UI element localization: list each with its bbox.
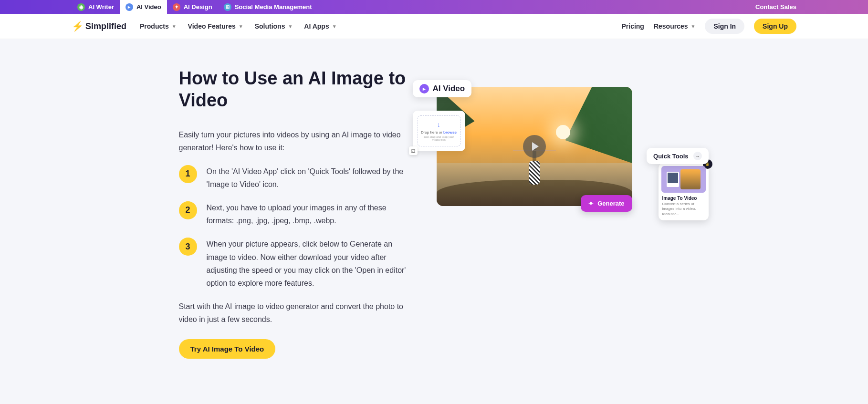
nav-label: Video Features bbox=[188, 22, 236, 30]
nav-products[interactable]: Products▼ bbox=[140, 22, 177, 30]
step-number: 2 bbox=[179, 201, 197, 219]
topbar-social-media[interactable]: ⊞ Social Media Management bbox=[218, 0, 318, 14]
quick-tools-label: Quick Tools bbox=[653, 153, 688, 160]
chevron-down-icon: ▼ bbox=[288, 24, 293, 29]
generate-button: ✦ Generate bbox=[581, 195, 632, 212]
ai-video-badge: ▸ AI Video bbox=[413, 80, 472, 97]
quick-tools-badge: Quick Tools → bbox=[647, 148, 708, 164]
chevron-down-icon: ▼ bbox=[172, 24, 177, 29]
download-arrow-icon: ↓ bbox=[421, 121, 457, 128]
image-to-video-card: ♛ Image To Video Convert a series of ima… bbox=[659, 163, 709, 220]
outro-text: Start with the AI image to video generat… bbox=[179, 300, 408, 326]
badge-label: AI Video bbox=[433, 84, 465, 93]
card-thumbnail bbox=[661, 166, 706, 193]
main-content: How to Use an AI Image to Video Easily t… bbox=[169, 39, 699, 378]
step-text: On the 'AI Video App' click on 'Quick To… bbox=[207, 165, 408, 191]
try-image-to-video-button[interactable]: Try AI Image To Video bbox=[179, 339, 276, 359]
video-camera-icon: ▸ bbox=[419, 84, 429, 93]
social-icon: ⊞ bbox=[224, 3, 231, 11]
polaroid-icon bbox=[667, 172, 679, 187]
nav-label: Products bbox=[140, 22, 169, 30]
page-heading: How to Use an AI Image to Video bbox=[179, 68, 408, 111]
logo-text: Simplified bbox=[85, 21, 126, 31]
illustration-column: ▸ AI Video ↓ Drop here or browse Just dr… bbox=[437, 68, 690, 206]
step-3: 3 When your picture appears, click below… bbox=[179, 238, 408, 290]
chevron-down-icon: ▼ bbox=[691, 24, 696, 29]
intro-text: Easily turn your pictures into videos by… bbox=[179, 128, 408, 154]
sparkle-icon: ✦ bbox=[588, 200, 594, 207]
upload-dropzone: ↓ Drop here or browse Just drag and drop… bbox=[418, 115, 460, 146]
topbar-label: Social Media Management bbox=[235, 3, 312, 10]
step-text: When your picture appears, click below t… bbox=[207, 238, 408, 290]
topbar-label: AI Design bbox=[184, 3, 212, 10]
contact-sales-link[interactable]: Contact Sales bbox=[755, 3, 796, 10]
hero-illustration: ▸ AI Video ↓ Drop here or browse Just dr… bbox=[437, 87, 685, 206]
nav-pricing[interactable]: Pricing bbox=[621, 22, 644, 30]
topbar-label: AI Writer bbox=[88, 3, 114, 10]
step-number: 3 bbox=[179, 238, 197, 256]
nav-ai-apps[interactable]: AI Apps▼ bbox=[304, 22, 336, 30]
arrow-right-icon: → bbox=[693, 152, 702, 160]
sunset-thumb bbox=[680, 169, 701, 189]
step-1: 1 On the 'AI Video App' click on 'Quick … bbox=[179, 165, 408, 191]
nav-label: AI Apps bbox=[304, 22, 329, 30]
navbar: ⚡ Simplified Products▼ Video Features▼ S… bbox=[0, 14, 868, 39]
play-button-icon bbox=[523, 135, 546, 158]
upload-card: ↓ Drop here or browse Just drag and drop… bbox=[413, 111, 465, 151]
image-icon: 🖼 bbox=[409, 146, 418, 155]
topbar: ◉ AI Writer ▸ AI Video ✦ AI Design ⊞ Soc… bbox=[0, 0, 868, 14]
topbar-ai-writer[interactable]: ◉ AI Writer bbox=[72, 0, 120, 14]
logo-icon: ⚡ bbox=[72, 21, 84, 32]
decorative-sun bbox=[556, 125, 570, 139]
card-title: Image To Video bbox=[661, 196, 706, 201]
topbar-label: AI Video bbox=[136, 3, 161, 10]
nav-label: Solutions bbox=[255, 22, 285, 30]
step-text: Next, you have to upload your images in … bbox=[207, 201, 408, 227]
logo[interactable]: ⚡ Simplified bbox=[72, 21, 126, 32]
video-icon: ▸ bbox=[125, 3, 133, 11]
hero-video-preview bbox=[437, 87, 632, 206]
nav-video-features[interactable]: Video Features▼ bbox=[188, 22, 243, 30]
card-description: Convert a series of images into a video.… bbox=[661, 202, 706, 218]
navbar-left: ⚡ Simplified Products▼ Video Features▼ S… bbox=[72, 21, 337, 32]
chevron-down-icon: ▼ bbox=[239, 24, 243, 29]
step-2: 2 Next, you have to upload your images i… bbox=[179, 201, 408, 227]
nav-solutions[interactable]: Solutions▼ bbox=[255, 22, 293, 30]
nav-resources[interactable]: Resources▼ bbox=[654, 22, 696, 30]
generate-label: Generate bbox=[597, 200, 624, 207]
signup-button[interactable]: Sign Up bbox=[754, 19, 796, 34]
navbar-right: Pricing Resources▼ Sign In Sign Up bbox=[621, 19, 796, 34]
signin-button[interactable]: Sign In bbox=[705, 19, 744, 34]
topbar-ai-design[interactable]: ✦ AI Design bbox=[167, 0, 218, 14]
step-number: 1 bbox=[179, 165, 197, 183]
steps-list: 1 On the 'AI Video App' click on 'Quick … bbox=[179, 165, 408, 290]
upload-text: Drop here or browse bbox=[421, 130, 457, 135]
text-column: How to Use an AI Image to Video Easily t… bbox=[179, 68, 408, 359]
upload-subtext: Just drag and drop your media files bbox=[421, 135, 457, 141]
chevron-down-icon: ▼ bbox=[332, 24, 337, 29]
topbar-ai-video[interactable]: ▸ AI Video bbox=[120, 0, 167, 14]
nav-items: Products▼ Video Features▼ Solutions▼ AI … bbox=[140, 22, 337, 30]
nav-label: Resources bbox=[654, 22, 688, 30]
decorative-mountain bbox=[565, 87, 632, 163]
design-icon: ✦ bbox=[173, 3, 180, 11]
topbar-tabs: ◉ AI Writer ▸ AI Video ✦ AI Design ⊞ Soc… bbox=[72, 0, 318, 14]
writer-icon: ◉ bbox=[77, 3, 85, 11]
